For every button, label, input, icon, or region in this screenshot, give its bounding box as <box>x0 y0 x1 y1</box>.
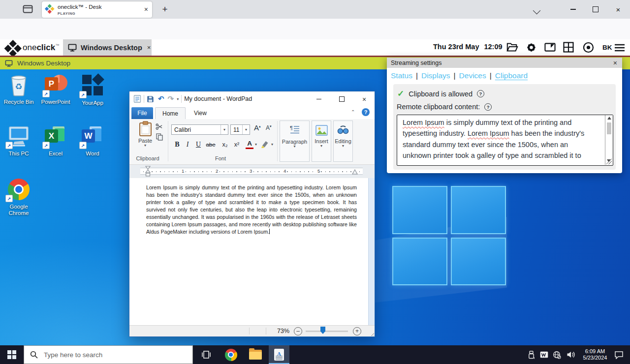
record-button[interactable] <box>582 41 595 53</box>
bold-button[interactable]: B <box>173 139 182 150</box>
session-tab[interactable]: Windows Desktop × <box>63 39 152 56</box>
redo-button[interactable]: ↷ <box>168 94 174 103</box>
font-size-select[interactable]: 11 ▾ <box>230 124 250 135</box>
shortcut-arrow-icon: ↗ <box>42 90 50 97</box>
wordpad-maximize-button[interactable] <box>334 94 349 104</box>
panel-tab-devices[interactable]: Devices <box>459 71 486 80</box>
scroll-up-icon[interactable] <box>607 117 611 120</box>
display-grid-button[interactable] <box>562 41 575 53</box>
desktop-icon-word[interactable]: W ↗ Word <box>74 125 111 157</box>
panel-tab-status[interactable]: Status <box>391 71 412 80</box>
taskbar-wordpad-icon[interactable]: A <box>269 345 289 364</box>
document-area[interactable]: Lorem Ipsum is simply dummy text of the … <box>129 178 375 325</box>
ribbon-collapse-chevron[interactable]: ⌃ <box>351 109 355 115</box>
insert-button[interactable]: Insert ▾ <box>312 121 331 162</box>
indent-marker-right[interactable] <box>352 169 358 175</box>
zoom-slider-handle[interactable] <box>320 327 325 334</box>
editing-button[interactable]: Editing ▾ <box>333 121 353 162</box>
tab-title: oneclick™ - Desk <box>58 4 101 10</box>
save-button[interactable] <box>147 95 154 103</box>
scroll-thumb[interactable] <box>607 122 611 134</box>
superscript-button[interactable]: x² <box>232 139 242 150</box>
quick-access-dropdown[interactable]: ▾ <box>177 97 179 101</box>
document-scrollbar[interactable] <box>368 178 375 325</box>
wordpad-window[interactable]: ↶ ↷ ▾ My document - WordPad × File Home … <box>129 91 375 337</box>
tab-close-icon[interactable]: × <box>144 5 148 14</box>
task-view-button[interactable] <box>196 345 217 364</box>
textarea-scrollbar[interactable] <box>605 115 613 165</box>
firefox-view-icon[interactable] <box>23 4 33 14</box>
font-color-caret[interactable]: ▾ <box>253 139 258 150</box>
new-tab-button[interactable]: + <box>158 3 171 16</box>
settings-button[interactable] <box>525 41 537 53</box>
window-minimize-button[interactable] <box>563 2 583 17</box>
desktop-icon-recycle-bin[interactable]: ♻ Recycle Bin <box>0 74 37 105</box>
network-globe-icon[interactable] <box>550 345 563 364</box>
zoom-slider-track[interactable] <box>306 331 348 332</box>
highlight-button[interactable] <box>260 140 269 149</box>
oneclick-menu-button[interactable] <box>613 42 626 54</box>
clipboard-textarea[interactable]: Lorem Ipsum is simply dummy text of the … <box>397 115 613 166</box>
zoom-in-button[interactable]: + <box>353 327 361 335</box>
browser-tab[interactable]: oneclick™ - Desk PLAYING × <box>42 1 152 18</box>
wordpad-minimize-button[interactable] <box>312 94 326 104</box>
shrink-font-button[interactable]: A▾ <box>266 124 272 131</box>
indent-marker-left[interactable] <box>145 166 151 177</box>
wordpad-tab-home[interactable]: Home <box>155 107 186 120</box>
wordpad-resize-grip[interactable] <box>370 332 374 336</box>
session-tab-close-icon[interactable]: × <box>147 44 151 51</box>
recycle-glyph: ♻ <box>15 82 22 91</box>
wordpad-close-button[interactable]: × <box>357 94 372 104</box>
desktop-icon-powerpoint[interactable]: P ↗ PowerPoint <box>37 74 74 105</box>
copy-button[interactable] <box>156 133 163 141</box>
tab-media-status: PLAYING <box>58 11 75 16</box>
shrink-font-a: A <box>266 124 270 131</box>
font-name-select[interactable]: Calibri ▾ <box>171 124 228 135</box>
paste-button[interactable]: Paste ▾ <box>135 121 155 148</box>
underline-button[interactable]: U <box>194 139 202 150</box>
shortcut-arrow-icon: ↗ <box>79 91 87 98</box>
desktop-icon-excel[interactable]: X ↗ Excel <box>37 125 74 157</box>
wordpad-tab-file[interactable]: File <box>131 107 153 119</box>
panel-tab-clipboard[interactable]: Clipboard <box>495 71 528 80</box>
grow-font-button[interactable]: A▴ <box>254 123 261 132</box>
fullscreen-button[interactable] <box>543 41 556 53</box>
ruler[interactable]: 12345 <box>129 165 375 178</box>
cut-button[interactable] <box>156 123 163 130</box>
desktop-icon-this-pc[interactable]: ↗ This PC <box>0 125 37 157</box>
wordpad-titlebar[interactable]: ↶ ↷ ▾ My document - WordPad × <box>129 91 375 106</box>
wordpad-tab-view[interactable]: View <box>187 107 214 119</box>
window-close-button[interactable]: × <box>608 2 628 17</box>
taskbar-explorer-icon[interactable] <box>245 345 266 364</box>
help-icon[interactable]: ? <box>477 90 484 97</box>
action-center-icon[interactable] <box>610 345 627 364</box>
start-button[interactable] <box>0 345 24 364</box>
panel-close-icon[interactable]: × <box>613 59 617 67</box>
italic-button[interactable]: I <box>184 139 191 150</box>
taskbar-chrome-icon[interactable] <box>220 345 241 364</box>
zoom-out-button[interactable]: – <box>294 327 302 335</box>
tab-overflow-chevron[interactable] <box>527 4 546 19</box>
remote-clipboard-row: Remote clipboard content: ? <box>397 103 492 111</box>
paragraph-button[interactable]: ¶ Paragraph ▾ <box>280 121 310 162</box>
taskbar-clock[interactable]: 6:09 AM 5/23/2024 <box>581 348 609 361</box>
strikethrough-button[interactable]: abe <box>204 139 217 150</box>
desktop-icon-yourapp[interactable]: ↗ YourApp <box>74 74 111 106</box>
window-maximize-button[interactable] <box>586 2 605 17</box>
taskbar-search[interactable]: Type here to search <box>24 345 193 364</box>
w-app-tray-icon[interactable] <box>537 345 550 364</box>
wordpad-help-button[interactable]: ? <box>362 108 370 116</box>
usb-device-icon[interactable] <box>525 345 537 364</box>
subscript-button[interactable]: x₂ <box>220 139 230 150</box>
help-icon[interactable]: ? <box>484 103 492 111</box>
panel-tab-displays[interactable]: Displays <box>421 71 450 80</box>
font-color-button[interactable]: A <box>246 139 253 149</box>
user-initials[interactable]: BK <box>602 44 612 51</box>
panel-header[interactable]: Streaming settings × <box>387 58 622 68</box>
highlight-caret[interactable]: ▾ <box>270 139 275 150</box>
files-button[interactable] <box>506 41 519 53</box>
volume-icon[interactable] <box>564 345 578 364</box>
undo-button[interactable]: ↶ <box>158 94 164 103</box>
desktop-icon-chrome[interactable]: ↗ Google Chrome <box>0 179 37 216</box>
shrink-caret: ▾ <box>270 124 272 128</box>
